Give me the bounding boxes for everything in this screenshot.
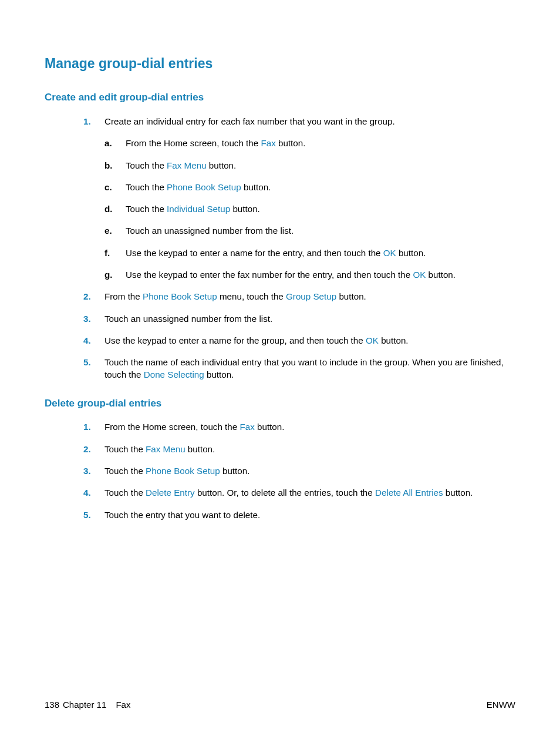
ui-reference: OK bbox=[413, 270, 426, 280]
list-item: 1. Create an individual entry for each f… bbox=[83, 115, 515, 281]
page-footer: 138 Chapter 11 Fax ENWW bbox=[45, 698, 515, 711]
ui-reference: Phone Book Setup bbox=[167, 182, 241, 192]
list-item: 2. Touch the Fax Menu button. bbox=[83, 443, 515, 455]
list-text: Touch the entry that you want to delete. bbox=[104, 510, 260, 520]
list-marker: 4. bbox=[83, 334, 91, 347]
list-text: From the Home screen, touch the Fax butt… bbox=[104, 422, 284, 432]
list-text: Touch the name of each individual entry … bbox=[104, 357, 504, 379]
list-item: a. From the Home screen, touch the Fax b… bbox=[104, 137, 515, 149]
list-item: e. Touch an unassigned number from the l… bbox=[104, 224, 515, 237]
list-text: Touch an unassigned number from the list… bbox=[126, 226, 294, 236]
list-text: Touch the Fax Menu button. bbox=[126, 160, 236, 170]
list-marker: 5. bbox=[83, 356, 91, 368]
list-text: Touch the Phone Book Setup button. bbox=[104, 466, 249, 476]
list-marker: g. bbox=[104, 268, 113, 281]
list-text: Touch the Fax Menu button. bbox=[104, 444, 215, 454]
list-item: f. Use the keypad to enter a name for th… bbox=[104, 247, 515, 259]
list-marker: a. bbox=[104, 137, 112, 149]
list-item: 3. Touch an unassigned number from the l… bbox=[83, 312, 515, 325]
list-item: c. Touch the Phone Book Setup button. bbox=[104, 181, 515, 193]
list-text: From the Phone Book Setup menu, touch th… bbox=[104, 291, 366, 301]
ui-reference: Delete All Entries bbox=[375, 488, 443, 498]
ui-reference: Fax Menu bbox=[167, 160, 207, 170]
chapter-label: Chapter 11 bbox=[63, 698, 106, 711]
list-item: 5. Touch the entry that you want to dele… bbox=[83, 509, 515, 521]
ui-reference: Phone Book Setup bbox=[143, 291, 217, 301]
page-number: 138 bbox=[45, 698, 59, 711]
list-text: Use the keypad to enter the fax number f… bbox=[126, 270, 456, 280]
ui-reference: Fax bbox=[261, 138, 275, 148]
list-marker: 3. bbox=[83, 465, 91, 477]
ui-reference: Fax Menu bbox=[146, 444, 185, 454]
list-text: Use the keypad to enter a name for the e… bbox=[126, 248, 426, 258]
list-item: 5. Touch the name of each individual ent… bbox=[83, 356, 515, 381]
ui-reference: Done Selecting bbox=[144, 369, 204, 379]
footer-right: ENWW bbox=[487, 698, 515, 711]
ui-reference: Phone Book Setup bbox=[146, 466, 220, 476]
list-text: Touch the Delete Entry button. Or, to de… bbox=[104, 488, 473, 498]
list-marker: d. bbox=[104, 203, 113, 215]
list-item: g. Use the keypad to enter the fax numbe… bbox=[104, 268, 515, 281]
list-marker: 1. bbox=[83, 421, 91, 433]
list-marker: c. bbox=[104, 181, 112, 193]
ordered-list: 1. Create an individual entry for each f… bbox=[45, 115, 515, 381]
list-marker: 5. bbox=[83, 509, 91, 521]
ordered-list: 1. From the Home screen, touch the Fax b… bbox=[45, 421, 515, 520]
list-marker: 1. bbox=[83, 115, 91, 127]
list-item: d. Touch the Individual Setup button. bbox=[104, 203, 515, 215]
list-item: b. Touch the Fax Menu button. bbox=[104, 159, 515, 172]
list-item: 1. From the Home screen, touch the Fax b… bbox=[83, 421, 515, 433]
list-item: 3. Touch the Phone Book Setup button. bbox=[83, 465, 515, 477]
list-item: 2. From the Phone Book Setup menu, touch… bbox=[83, 290, 515, 303]
list-text: Touch an unassigned number from the list… bbox=[104, 314, 272, 324]
list-marker: 2. bbox=[83, 290, 91, 303]
list-marker: e. bbox=[104, 224, 112, 237]
footer-left: 138 Chapter 11 Fax bbox=[45, 698, 130, 711]
section-delete: Delete group-dial entries 1. From the Ho… bbox=[45, 396, 515, 521]
list-text: From the Home screen, touch the Fax butt… bbox=[126, 138, 305, 148]
ui-reference: Group Setup bbox=[286, 291, 336, 301]
ui-reference: Fax bbox=[239, 422, 254, 432]
list-marker: b. bbox=[104, 159, 113, 172]
page-title: Manage group-dial entries bbox=[45, 54, 515, 73]
doc-page: Manage group-dial entries Create and edi… bbox=[0, 0, 560, 521]
ui-reference: Delete Entry bbox=[146, 488, 195, 498]
sub-ordered-list: a. From the Home screen, touch the Fax b… bbox=[104, 137, 515, 281]
list-text: Create an individual entry for each fax … bbox=[104, 116, 395, 126]
list-item: 4. Use the keypad to enter a name for th… bbox=[83, 334, 515, 347]
list-marker: 2. bbox=[83, 443, 91, 455]
list-item: 4. Touch the Delete Entry button. Or, to… bbox=[83, 486, 515, 499]
ui-reference: OK bbox=[366, 335, 379, 345]
section-heading: Delete group-dial entries bbox=[45, 396, 515, 411]
list-marker: 3. bbox=[83, 312, 91, 325]
list-text: Touch the Phone Book Setup button. bbox=[126, 182, 271, 192]
ui-reference: Individual Setup bbox=[167, 204, 230, 214]
list-text: Use the keypad to enter a name for the g… bbox=[104, 335, 409, 345]
section-heading: Create and edit group-dial entries bbox=[45, 90, 515, 105]
ui-reference: OK bbox=[383, 248, 396, 258]
list-marker: 4. bbox=[83, 486, 91, 499]
chapter-title: Fax bbox=[116, 698, 130, 711]
list-text: Touch the Individual Setup button. bbox=[126, 204, 260, 214]
section-create-edit: Create and edit group-dial entries 1. Cr… bbox=[45, 90, 515, 381]
list-marker: f. bbox=[104, 247, 110, 259]
